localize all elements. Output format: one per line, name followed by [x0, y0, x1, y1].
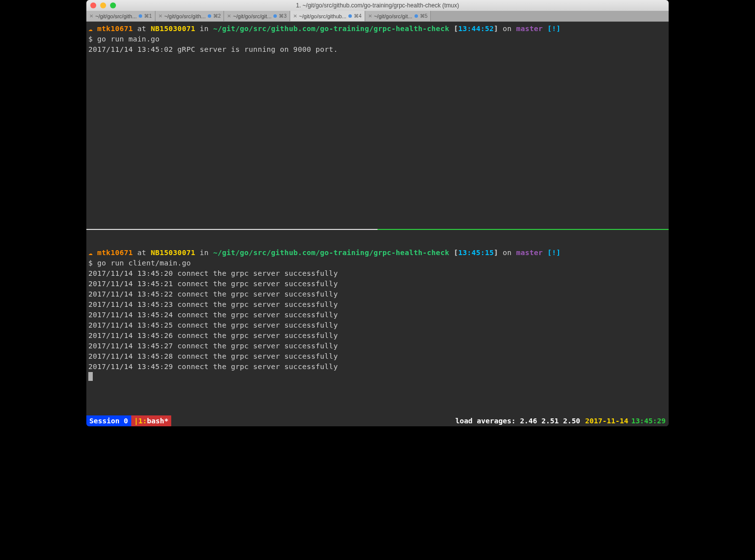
- output-top: 2017/11/14 13:45:02 gRPC server is runni…: [88, 44, 667, 55]
- prompt-user: mtk10671: [97, 25, 133, 33]
- log-line: 2017/11/14 13:45:21 connect the grpc ser…: [88, 279, 667, 289]
- prompt-branch: master: [516, 249, 543, 257]
- prompt-line: ☁ mtk10671 at NB15030071 in ~/git/go/src…: [88, 248, 667, 258]
- prompt-at: at: [137, 25, 146, 33]
- prompt-time: 13:45:15: [458, 249, 494, 257]
- status-time: 13:45:29: [631, 417, 669, 425]
- close-icon[interactable]: ✕: [89, 13, 93, 19]
- prompt-flag: [!]: [547, 249, 561, 257]
- bracket-open: [: [453, 249, 458, 257]
- tab-5[interactable]: ✕~/git/go/src/git...⌘5: [365, 11, 431, 21]
- tmux-pane-bottom[interactable]: ☁ mtk10671 at NB15030071 in ~/git/go/src…: [86, 230, 669, 415]
- modified-dot-icon: [348, 14, 352, 18]
- command-line: $ go run client/main.go: [88, 258, 667, 268]
- prompt-user: mtk10671: [97, 249, 133, 257]
- tab-shortcut: ⌘2: [213, 13, 221, 19]
- load-values: 2.46 2.51 2.50: [520, 417, 580, 425]
- tab-label: ~/git/go/src/gith...: [164, 13, 206, 19]
- prompt-host: NB15030071: [151, 249, 195, 257]
- maximize-button[interactable]: [110, 2, 116, 8]
- log-line: 2017/11/14 13:45:02 gRPC server is runni…: [88, 44, 667, 55]
- tab-shortcut: ⌘3: [279, 13, 287, 19]
- prompt-branch: master: [516, 25, 543, 33]
- log-line: 2017/11/14 13:45:20 connect the grpc ser…: [88, 268, 667, 279]
- tmux-statusbar: Session 0 |1:bash* load averages: 2.46 2…: [86, 415, 669, 426]
- prompt-in: in: [200, 249, 209, 257]
- tab-shortcut: ⌘1: [144, 13, 152, 19]
- log-line: 2017/11/14 13:45:24 connect the grpc ser…: [88, 310, 667, 320]
- tab-4[interactable]: ✕~/git/go/src/github...⌘4: [290, 11, 365, 21]
- traffic-lights: [90, 2, 116, 8]
- tab-label: ~/git/go/src/github...: [299, 13, 346, 19]
- tab-label: ~/git/go/src/git...: [374, 13, 413, 19]
- prompt-dollar: $: [88, 35, 97, 43]
- prompt-in: in: [200, 25, 209, 33]
- status-session[interactable]: Session 0: [86, 415, 131, 426]
- prompt-time: 13:44:52: [458, 25, 494, 33]
- tab-label: ~/git/go/src/git...: [233, 13, 271, 19]
- prompt-on: on: [503, 249, 512, 257]
- cloud-icon: ☁: [88, 25, 93, 33]
- prompt-line: ☁ mtk10671 at NB15030071 in ~/git/go/src…: [88, 24, 667, 34]
- bracket-open: [: [453, 25, 458, 33]
- output-bottom: 2017/11/14 13:45:20 connect the grpc ser…: [88, 268, 667, 372]
- load-label: load averages:: [455, 417, 516, 425]
- tab-bar: ✕~/git/go/src/gith...⌘1✕~/git/go/src/git…: [86, 11, 669, 22]
- command-text: go run client/main.go: [97, 259, 191, 267]
- command-text: go run main.go: [97, 35, 159, 43]
- modified-dot-icon: [139, 14, 142, 18]
- modified-dot-icon: [208, 14, 211, 18]
- log-line: 2017/11/14 13:45:25 connect the grpc ser…: [88, 320, 667, 331]
- prompt-flag: [!]: [547, 25, 561, 33]
- close-icon[interactable]: ✕: [227, 13, 231, 19]
- tab-2[interactable]: ✕~/git/go/src/gith...⌘2: [155, 11, 225, 21]
- status-date: 2017-11-14: [585, 417, 631, 425]
- status-window-name: bash*: [147, 417, 169, 425]
- log-line: 2017/11/14 13:45:22 connect the grpc ser…: [88, 289, 667, 299]
- tmux-pane-top[interactable]: ☁ mtk10671 at NB15030071 in ~/git/go/src…: [86, 22, 669, 229]
- prompt-dollar: $: [88, 259, 97, 267]
- close-button[interactable]: [90, 2, 96, 8]
- cursor: [88, 372, 667, 382]
- prompt-path: ~/git/go/src/github.com/go-training/grpc…: [213, 25, 450, 33]
- close-icon[interactable]: ✕: [368, 13, 372, 19]
- bracket-close: ]: [494, 249, 498, 257]
- window-title: 1. ~/git/go/src/github.com/go-training/g…: [296, 2, 459, 9]
- prompt-on: on: [503, 25, 512, 33]
- modified-dot-icon: [415, 14, 418, 18]
- bracket-close: ]: [494, 25, 498, 33]
- log-line: 2017/11/14 13:45:26 connect the grpc ser…: [88, 331, 667, 341]
- log-line: 2017/11/14 13:45:23 connect the grpc ser…: [88, 299, 667, 310]
- titlebar[interactable]: 1. ~/git/go/src/github.com/go-training/g…: [86, 0, 669, 11]
- close-icon[interactable]: ✕: [158, 13, 162, 19]
- terminal-window: 1. ~/git/go/src/github.com/go-training/g…: [86, 0, 669, 426]
- status-window-index: 1:: [138, 417, 147, 425]
- close-icon[interactable]: ✕: [293, 13, 297, 19]
- tab-shortcut: ⌘5: [420, 13, 428, 19]
- log-line: 2017/11/14 13:45:27 connect the grpc ser…: [88, 341, 667, 351]
- status-load: load averages: 2.46 2.51 2.50: [455, 417, 585, 425]
- terminal-body[interactable]: ☁ mtk10671 at NB15030071 in ~/git/go/src…: [86, 22, 669, 426]
- prompt-at: at: [137, 249, 146, 257]
- prompt-path: ~/git/go/src/github.com/go-training/grpc…: [213, 249, 450, 257]
- log-line: 2017/11/14 13:45:29 connect the grpc ser…: [88, 362, 667, 372]
- tab-3[interactable]: ✕~/git/go/src/git...⌘3: [224, 11, 290, 21]
- log-line: 2017/11/14 13:45:28 connect the grpc ser…: [88, 351, 667, 362]
- prompt-host: NB15030071: [151, 25, 195, 33]
- status-window[interactable]: |1:bash*: [131, 415, 172, 426]
- tab-1[interactable]: ✕~/git/go/src/gith...⌘1: [86, 11, 155, 21]
- tab-shortcut: ⌘4: [354, 13, 362, 19]
- cloud-icon: ☁: [88, 249, 93, 257]
- command-line: $ go run main.go: [88, 34, 667, 44]
- modified-dot-icon: [273, 14, 277, 18]
- status-pipe: |: [134, 417, 139, 425]
- tab-label: ~/git/go/src/gith...: [95, 13, 137, 19]
- minimize-button[interactable]: [100, 2, 106, 8]
